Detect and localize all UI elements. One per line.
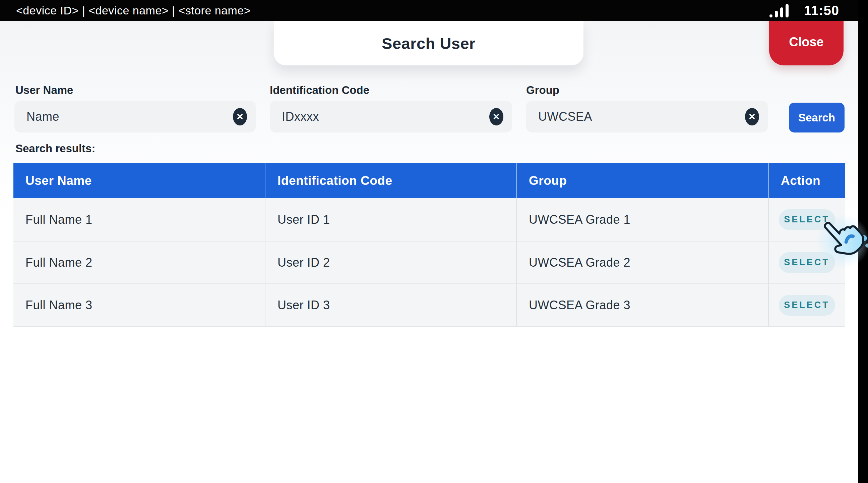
cell-user-name: Full Name 2	[13, 242, 265, 283]
cell-user-name: Full Name 3	[13, 284, 265, 326]
clear-group-icon[interactable]: ✕	[745, 108, 759, 125]
clear-identification-code-icon[interactable]: ✕	[489, 108, 503, 125]
cell-action: SELECT	[768, 284, 845, 326]
column-header-action: Action	[768, 163, 845, 198]
results-table: User Name Identification Code Group Acti…	[13, 163, 845, 327]
status-bar: <device ID> | <device name> | <store nam…	[0, 0, 868, 21]
table-header-row: User Name Identification Code Group Acti…	[13, 163, 845, 198]
tap-hand-cursor-icon	[814, 212, 868, 271]
table-row: Full Name 3 User ID 3 UWCSEA Grade 3 SEL…	[13, 283, 845, 326]
cell-group: UWCSEA Grade 2	[516, 242, 768, 283]
device-info-text: <device ID> | <device name> | <store nam…	[16, 4, 251, 17]
search-results-label: Search results:	[16, 142, 95, 155]
user-name-label: User Name	[16, 84, 73, 96]
cell-identification-code: User ID 2	[265, 242, 516, 283]
status-right: 11:50	[770, 3, 839, 18]
search-button[interactable]: Search	[789, 103, 844, 133]
column-header-group: Group	[516, 163, 768, 198]
identification-code-label: Identification Code	[270, 84, 369, 96]
group-input[interactable]: UWCSEA ✕	[526, 101, 768, 133]
identification-code-input-value: IDxxxx	[282, 110, 319, 124]
cell-group: UWCSEA Grade 3	[516, 284, 768, 326]
group-label: Group	[526, 84, 559, 96]
close-button-label: Close	[789, 35, 824, 49]
clock-text: 11:50	[804, 3, 839, 18]
screen: <device ID> | <device name> | <store nam…	[0, 0, 868, 483]
table-row: Full Name 2 User ID 2 UWCSEA Grade 2 SEL…	[13, 241, 845, 283]
dialog-title-card: Search User	[274, 21, 584, 65]
group-input-value: UWCSEA	[538, 110, 592, 124]
page-title: Search User	[382, 34, 475, 53]
column-header-identification-code: Identification Code	[265, 163, 516, 198]
select-button-row-3[interactable]: SELECT	[779, 295, 835, 316]
user-name-input-value: Name	[27, 110, 59, 124]
identification-code-input[interactable]: IDxxxx ✕	[270, 101, 512, 133]
table-row: Full Name 1 User ID 1 UWCSEA Grade 1 SEL…	[13, 198, 845, 241]
cell-group: UWCSEA Grade 1	[516, 198, 768, 241]
cell-identification-code: User ID 3	[265, 284, 516, 326]
signal-strength-icon	[770, 4, 788, 18]
cell-identification-code: User ID 1	[265, 198, 516, 241]
clear-user-name-icon[interactable]: ✕	[233, 108, 247, 125]
user-name-input[interactable]: Name ✕	[14, 101, 256, 133]
column-header-user-name: User Name	[13, 163, 265, 198]
cell-user-name: Full Name 1	[13, 198, 265, 241]
